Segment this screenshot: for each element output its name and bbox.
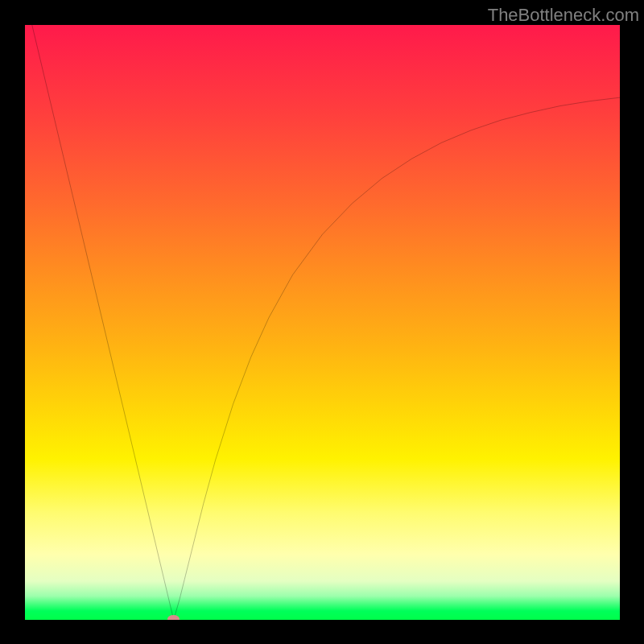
chart-frame: TheBottleneck.com bbox=[0, 0, 644, 644]
minimum-marker bbox=[167, 615, 180, 620]
bottleneck-curve bbox=[25, 25, 620, 620]
watermark-text: TheBottleneck.com bbox=[488, 5, 639, 26]
plot-area bbox=[25, 25, 620, 620]
